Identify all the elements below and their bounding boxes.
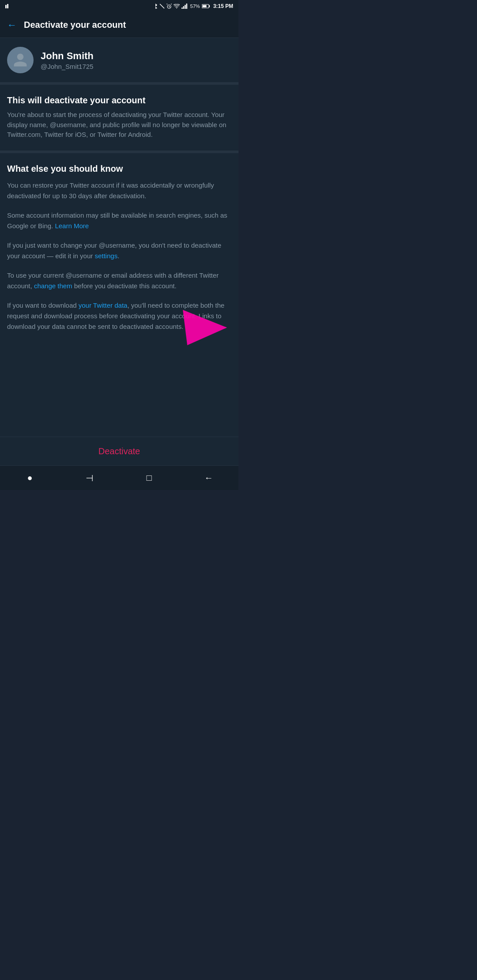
nav-back-button[interactable]: ← — [198, 467, 220, 489]
nav-bar: ● ⊣ □ ← — [0, 465, 238, 490]
svg-rect-5 — [183, 6, 184, 9]
svg-marker-10 — [183, 310, 227, 345]
svg-rect-0 — [5, 5, 7, 8]
info-text-3-suffix: . — [117, 252, 119, 260]
info-block-3: If you just want to change your @usernam… — [7, 240, 231, 261]
info-text-4: To use your current @username or email a… — [7, 270, 231, 291]
status-right-icons: 57% 3:15 PM — [153, 3, 233, 9]
what-else-title: What else you should know — [7, 164, 231, 174]
info-block-5: If you want to download your Twitter dat… — [7, 300, 231, 332]
svg-rect-7 — [186, 4, 187, 9]
alarm-icon — [167, 4, 172, 9]
display-name: John Smith — [41, 50, 94, 62]
deactivate-button[interactable]: Deactivate — [0, 437, 238, 465]
twitter-data-link[interactable]: your Twitter data — [79, 302, 128, 309]
svg-rect-4 — [182, 8, 183, 9]
change-them-link[interactable]: change them — [34, 282, 72, 290]
deactivate-warning-section: This will deactivate your account You're… — [0, 85, 238, 153]
info-block-1: You can restore your Twitter account if … — [7, 180, 231, 201]
pink-arrow-annotation — [183, 310, 227, 345]
page-title: Deactivate your account — [24, 20, 126, 30]
info-text-2: Some account information may still be av… — [7, 210, 231, 231]
status-bar: 57% 3:15 PM — [0, 0, 238, 12]
nav-home-button[interactable]: ● — [19, 467, 41, 489]
nav-recent-button[interactable]: ⊣ — [79, 467, 100, 489]
battery-icon — [202, 4, 211, 8]
wifi-icon — [174, 4, 180, 8]
battery-percent: 57% — [190, 4, 200, 9]
username: @John_Smit1725 — [41, 63, 94, 70]
profile-section: John Smith @John_Smit1725 — [0, 38, 238, 85]
svg-rect-9 — [202, 5, 206, 8]
back-button[interactable]: ← — [7, 20, 17, 30]
info-text-4-suffix: before you deactivate this account. — [72, 282, 177, 290]
time-display: 3:15 PM — [213, 3, 233, 9]
avatar — [7, 47, 34, 73]
mute-icon — [159, 4, 165, 9]
info-text-3: If you just want to change your @usernam… — [7, 240, 231, 261]
deactivate-section-title: This will deactivate your account — [7, 95, 231, 106]
bluetooth-icon — [153, 3, 158, 9]
info-block-2: Some account information may still be av… — [7, 210, 231, 231]
deactivate-label: Deactivate — [98, 446, 140, 456]
info-text-5-prefix: If you want to download — [7, 302, 79, 309]
info-text-1: You can restore your Twitter account if … — [7, 180, 231, 201]
svg-rect-6 — [185, 5, 186, 9]
toolbar: ← Deactivate your account — [0, 12, 238, 38]
nav-square-button[interactable]: □ — [139, 467, 160, 489]
signal-icon — [182, 4, 189, 9]
svg-rect-1 — [7, 4, 8, 8]
info-text-2-prefix: Some account information may still be av… — [7, 211, 227, 230]
learn-more-link[interactable]: Learn More — [55, 222, 89, 230]
deactivate-section-body: You're about to start the process of dea… — [7, 110, 231, 140]
avatar-icon — [12, 52, 28, 68]
settings-link[interactable]: settings — [95, 252, 117, 260]
status-left-icons — [5, 3, 12, 9]
profile-info: John Smith @John_Smit1725 — [41, 50, 94, 70]
info-block-4: To use your current @username or email a… — [7, 270, 231, 291]
what-else-section: What else you should know You can restor… — [0, 153, 238, 437]
svg-line-2 — [160, 4, 164, 8]
